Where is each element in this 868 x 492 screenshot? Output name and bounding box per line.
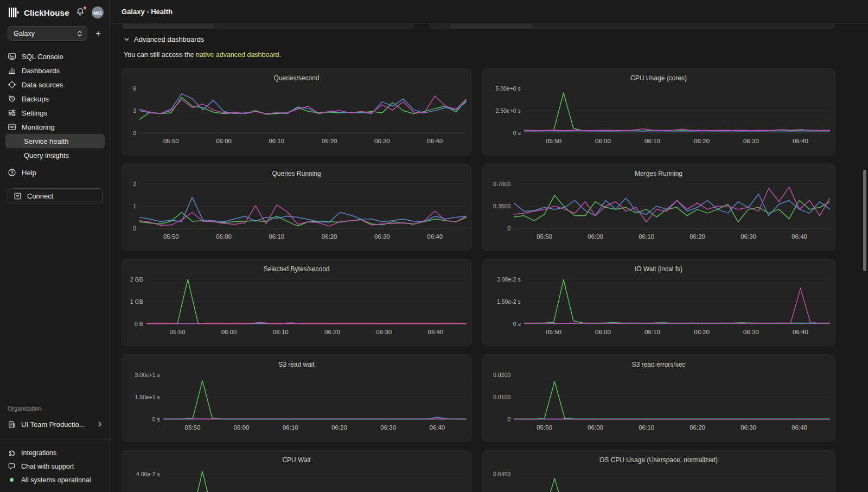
chart-plot-area[interactable] (524, 85, 830, 135)
organization-name: UI Team Productio... (21, 420, 85, 429)
y-tick-label: 4.00e-2 s (136, 471, 160, 477)
sidebar-item-data-sources[interactable]: Data sources (8, 78, 105, 92)
x-tick-label: 06:00 (221, 329, 237, 335)
y-tick-label: 0.7000 (493, 181, 510, 187)
x-tick-label: 05:50 (546, 138, 561, 144)
sidebar-item-label: Backups (22, 95, 49, 103)
chart-panel: S3 read wait0 s1.50e+1 s3.00e+1 s05:5006… (122, 355, 471, 442)
sidebar-item-label: Integrations (21, 449, 56, 457)
page-title: Galaxy - Health (122, 8, 173, 16)
sidebar-item-sql-console[interactable]: SQL Console (8, 49, 105, 63)
sidebar-item-dashboards[interactable]: Dashboards (8, 63, 105, 78)
chart-plot-area[interactable] (163, 467, 467, 492)
notification-dot (83, 6, 87, 10)
connect-label: Connect (27, 192, 53, 200)
add-service-button[interactable]: + (93, 28, 104, 39)
sidebar-item-chat-support[interactable]: Chat with support (0, 459, 110, 473)
system-status[interactable]: All systems operational (0, 473, 110, 487)
avatar[interactable]: MG (92, 7, 104, 18)
x-tick-label: 05:50 (185, 424, 201, 431)
x-axis: 05:5006:0006:1006:2006:3006:40 (146, 326, 467, 339)
notifications-button[interactable] (75, 7, 86, 18)
x-tick-label: 05:50 (170, 329, 186, 335)
chart-panel: Merges Running00.35000.700005:5006:0006:… (482, 164, 835, 251)
connect-icon (14, 192, 22, 200)
y-tick-label: 0.0200 (493, 372, 510, 378)
x-tick-label: 06:40 (429, 424, 445, 431)
x-tick-label: 06:40 (792, 424, 807, 431)
x-tick-label: 06:30 (374, 233, 390, 240)
sidebar-divider (0, 439, 110, 439)
chart-plot-area[interactable] (514, 372, 830, 421)
dashboard-content: Advanced dashboards You can still access… (111, 24, 868, 492)
chart-plot-area[interactable] (514, 181, 830, 231)
sidebar-item-monitoring[interactable]: Monitoring (8, 120, 105, 134)
x-tick-label: 06:00 (588, 424, 603, 431)
x-tick-label: 06:00 (595, 329, 611, 335)
x-tick-label: 06:20 (694, 329, 710, 335)
sidebar-item-label: Help (22, 169, 36, 177)
chart-plot-area[interactable] (514, 467, 830, 492)
series-line-server-3 (524, 129, 830, 131)
y-tick-label: 0 (133, 130, 136, 136)
settings-sliders-icon (8, 108, 16, 117)
x-tick-label: 06:00 (234, 424, 250, 431)
sidebar-item-query-insights[interactable]: Query insights (5, 148, 105, 162)
sidebar-item-label: SQL Console (22, 53, 63, 61)
organization-switcher[interactable]: UI Team Productio... (0, 417, 110, 431)
sidebar-item-label: Data sources (22, 81, 63, 89)
y-tick-label: 0.0100 (493, 394, 510, 400)
app-window: ClickHouse MG Galaxy + (0, 0, 868, 492)
native-dashboard-link[interactable]: native advanced dashboard. (196, 51, 281, 59)
y-axis: 0 s2.00e-2 s4.00e-2 s (126, 467, 163, 492)
chart-plot-area[interactable] (139, 85, 467, 135)
sidebar-item-backups[interactable]: Backups (8, 92, 105, 106)
y-tick-label: 0.0400 (493, 471, 510, 477)
advanced-dashboards-toggle[interactable]: Advanced dashboards (124, 35, 204, 43)
y-tick-label: 2 (133, 181, 136, 187)
y-tick-label: 0.3500 (493, 203, 510, 209)
organization-icon (8, 420, 16, 429)
y-tick-label: 1.50e-2 s (497, 298, 521, 305)
chart-plot-area[interactable] (146, 276, 467, 326)
y-axis: 0 s2.50e+0 s5.00e+0 s (487, 85, 524, 135)
x-tick-label: 06:10 (644, 329, 660, 335)
sidebar-item-integrations[interactable]: Integrations (0, 446, 110, 459)
clickhouse-logo-icon (8, 7, 20, 18)
chart-plot-area[interactable] (139, 181, 467, 231)
clipped-chip (123, 24, 214, 29)
x-tick-label: 06:40 (427, 233, 443, 240)
x-tick-label: 06:10 (269, 138, 284, 144)
chart-plot-area[interactable] (524, 276, 830, 326)
y-tick-label: 2.50e+0 s (495, 107, 520, 114)
chart-panel: Queries/second03605:5006:0006:1006:2006:… (122, 68, 471, 155)
sidebar-item-settings[interactable]: Settings (8, 106, 105, 120)
scrollbar-thumb[interactable] (863, 170, 866, 271)
section-title: Advanced dashboards (134, 35, 204, 43)
chart-panel: CPU Usage (cores)0 s2.50e+0 s5.00e+0 s05… (482, 68, 835, 155)
connect-button[interactable]: Connect (8, 188, 103, 203)
x-tick-label: 06:40 (427, 329, 443, 335)
x-tick-label: 05:50 (163, 233, 179, 240)
y-tick-label: 2 GB (130, 276, 143, 283)
y-tick-label: 3.00e-2 s (497, 276, 521, 283)
sidebar-nav: SQL Console Dashboards Data sources Back… (0, 46, 110, 134)
sidebar-item-service-health[interactable]: Service health (5, 134, 105, 148)
y-axis: 00.01000.0200 (487, 372, 514, 421)
y-axis: 00.02000.0400 (487, 467, 514, 492)
sidebar-item-label: Dashboards (22, 67, 60, 75)
series-line-server-1 (163, 381, 467, 419)
chart-plot-area[interactable] (163, 372, 467, 421)
y-axis: 0 s1.50e+1 s3.00e+1 s (126, 372, 163, 421)
y-tick-label: 1 (133, 203, 136, 209)
sidebar-item-help[interactable]: Help (8, 165, 105, 180)
status-ok-dot (10, 478, 14, 482)
sidebar-item-label: Chat with support (21, 463, 74, 470)
service-selector[interactable]: Galaxy (8, 26, 87, 41)
data-sources-icon (8, 80, 16, 89)
help-icon (8, 168, 16, 177)
x-tick-label: 06:30 (743, 329, 759, 335)
x-tick-label: 06:30 (374, 138, 390, 144)
x-tick-label: 06:10 (639, 424, 654, 431)
chevron-right-icon (97, 421, 103, 427)
